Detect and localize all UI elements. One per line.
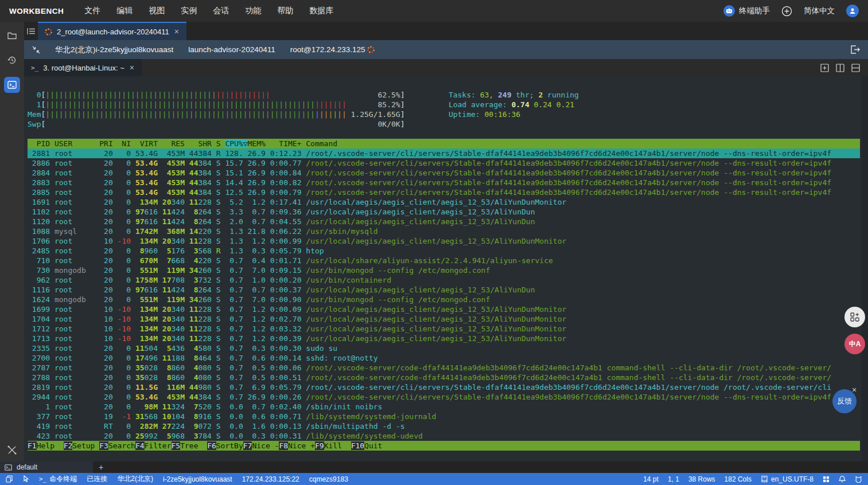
translate-float-button[interactable]: 中A <box>844 334 865 354</box>
process-row[interactable]: 2819 root 20 0 11.5G 116M 44980 S 0.7 6.… <box>28 382 860 392</box>
process-row[interactable]: 2787 root 20 0 35028 8860 4080 S 0.7 0.5… <box>28 363 860 373</box>
prompt-icon: >_ <box>31 64 38 72</box>
status-bar: >_命令终端 已连接 华北2(北京) i-2ze5kyjjuol8kovuaas… <box>0 473 868 485</box>
meter-swp: Swp[ 0K/0K] <box>28 119 860 129</box>
menu-item-edit[interactable]: 编辑 <box>108 6 141 16</box>
split-horizontal-icon[interactable] <box>851 64 860 72</box>
process-row[interactable]: 377 root 19 -1 31568 10104 8916 S 0.0 0.… <box>28 412 860 421</box>
process-row[interactable]: 1712 root 10 -10 134M 20340 11228 S 0.7 … <box>28 324 860 334</box>
bottom-tab-default[interactable]: default <box>0 461 93 473</box>
menu-item-view[interactable]: 视图 <box>141 6 173 16</box>
activity-bar <box>0 22 24 461</box>
terminal-tab-bar: >_ 3. root@Hanbai-Linux: ~ × <box>24 59 868 76</box>
fkey-f3[interactable]: F3Search <box>99 441 135 450</box>
meter-1: 1[||||||||||||||||||||||||||||||||||||||… <box>28 100 860 109</box>
terminal-screen[interactable]: 0[||||||||||||||||||||||||||||||||||||||… <box>24 76 868 461</box>
files-icon[interactable] <box>4 28 20 44</box>
new-pane-icon[interactable] <box>820 64 829 72</box>
history-icon[interactable] <box>4 52 20 68</box>
process-row[interactable]: 2885 root 20 0 53.4G 453M 44384 S 12.5 2… <box>28 187 860 197</box>
close-icon[interactable]: × <box>852 385 857 394</box>
process-row[interactable]: 2485 root 20 0 8960 5176 3568 R 1.3 0.3 … <box>28 246 860 256</box>
language-selector[interactable]: 简体中文 <box>804 6 835 16</box>
menu-item-help[interactable]: 帮助 <box>269 6 301 16</box>
status-font-size[interactable]: 14 pt <box>643 475 659 483</box>
process-row[interactable]: 2944 root 20 0 53.4G 453M 44384 S 0.7 26… <box>28 392 860 402</box>
process-row[interactable]: 1706 root 10 -10 134M 20340 11228 S 1.3 … <box>28 236 860 246</box>
bottom-tab-bar: default + <box>0 461 868 473</box>
process-row[interactable]: 2700 root 20 0 17496 11188 8464 S 0.7 0.… <box>28 353 860 363</box>
session-tab[interactable]: 2_root@launch-advisor-20240411 × <box>38 22 186 40</box>
fkey-f5[interactable]: F5Tree <box>172 441 208 450</box>
fkey-f8[interactable]: F8Nice + <box>279 441 315 450</box>
grid-icon[interactable] <box>823 476 830 483</box>
copy-icon[interactable] <box>6 475 13 483</box>
status-cols: 182 Cols <box>725 475 752 483</box>
terminal-scrollbar[interactable] <box>862 76 868 461</box>
session-list-icon[interactable] <box>24 22 38 40</box>
split-vertical-icon[interactable] <box>836 64 844 72</box>
tools-icon[interactable] <box>4 442 20 458</box>
status-terminal-mode[interactable]: >_命令终端 <box>39 474 77 484</box>
session-loading-icon <box>367 46 375 53</box>
terminal-assistant-button[interactable]: 终端助手 <box>723 5 770 17</box>
apps-float-button[interactable] <box>844 307 865 327</box>
user-avatar[interactable] <box>846 5 859 17</box>
process-row[interactable]: 1088 mysql 20 0 1742M 368M 14220 S 1.3 2… <box>28 226 860 236</box>
process-row[interactable]: 730 mongodb 20 0 551M 119M 34260 S 0.7 7… <box>28 265 860 275</box>
process-row[interactable]: 1624 mongodb 20 0 551M 119M 34260 S 0.7 … <box>28 295 860 304</box>
fkey-f2[interactable]: F2Setup <box>64 441 100 450</box>
menu-item-instance[interactable]: 实例 <box>173 6 205 16</box>
process-row[interactable]: 710 root 20 0 670M 7668 4220 S 0.7 0.4 0… <box>28 256 860 265</box>
process-row[interactable]: 1 root 20 0 98M 11324 7520 S 0.0 0.7 0:0… <box>28 402 860 412</box>
fkey-f9[interactable]: F9Kill <box>315 441 351 450</box>
translate-icon: 中A <box>849 339 861 349</box>
terminal-window-icon <box>5 464 12 471</box>
process-row[interactable]: 962 root 20 0 1758M 17708 3732 S 0.7 1.0… <box>28 275 860 285</box>
app-logo: WORKBENCH <box>9 7 64 15</box>
sort-column-cpu[interactable]: CPU%▽ <box>225 139 247 148</box>
menu-item-features[interactable]: 功能 <box>237 6 269 16</box>
process-row[interactable]: 2788 root 20 0 35028 8860 4080 S 0.7 0.5… <box>28 373 860 382</box>
process-row[interactable]: 2884 root 20 0 53.4G 453M 44384 S 15.1 2… <box>28 168 860 178</box>
terminal-tab[interactable]: >_ 3. root@Hanbai-Linux: ~ × <box>24 59 142 76</box>
bell-icon[interactable] <box>839 475 846 483</box>
menu-item-file[interactable]: 文件 <box>76 6 108 16</box>
cat-icon[interactable] <box>855 476 862 483</box>
process-row[interactable]: 1704 root 10 -10 134M 20340 11228 S 0.7 … <box>28 314 860 324</box>
menu-items: 文件编辑视图实例会话功能帮助数据库 <box>76 6 341 16</box>
add-instance-button[interactable] <box>781 6 792 17</box>
menu-item-database[interactable]: 数据库 <box>301 6 341 16</box>
robot-icon <box>723 5 735 17</box>
status-encoding[interactable]: en_US.UTF-8 <box>761 475 813 483</box>
process-table-header[interactable]: PID USER PRI NI VIRT RES SHR S CPU%▽MEM%… <box>28 139 860 148</box>
process-row[interactable]: 1713 root 10 -10 134M 20340 11228 S 0.7 … <box>28 334 860 343</box>
meter-0: 0[||||||||||||||||||||||||||||||||||||||… <box>28 90 860 100</box>
process-row[interactable]: 1102 root 20 0 97616 11424 8264 S 3.3 0.… <box>28 207 860 217</box>
process-row[interactable]: 2335 root 20 0 11504 5436 4580 S 0.7 0.3… <box>28 343 860 353</box>
fkey-f1[interactable]: F1Help <box>28 441 64 450</box>
htop-stats: Tasks: 63, 249 thr; 2 running Load avera… <box>449 90 579 119</box>
pointer-icon[interactable] <box>22 475 29 483</box>
process-row[interactable]: 423 root 20 0 25992 5968 3784 S 0.0 0.3 … <box>28 431 860 441</box>
disconnect-icon[interactable] <box>850 45 860 54</box>
close-icon[interactable]: × <box>174 28 180 36</box>
fkey-f7[interactable]: F7Nice - <box>243 441 279 450</box>
process-row[interactable]: 2881 root 20 0 53.4G 453M 44384 R 128. 2… <box>28 148 860 158</box>
terminal-sessions-icon[interactable] <box>4 77 20 93</box>
close-icon[interactable]: × <box>129 64 135 72</box>
menu-item-session[interactable]: 会话 <box>205 6 237 16</box>
fkey-f10[interactable]: F10Quit <box>351 441 391 450</box>
process-row[interactable]: 2883 root 20 0 53.4G 453M 44384 S 14.4 2… <box>28 178 860 187</box>
process-row[interactable]: 1116 root 20 0 97616 11424 8264 S 0.7 0.… <box>28 285 860 295</box>
collapse-icon[interactable] <box>32 46 40 54</box>
process-row[interactable]: 1120 root 20 0 97616 11424 8264 S 2.0 0.… <box>28 217 860 226</box>
fkey-f6[interactable]: F6SortBy <box>207 441 243 450</box>
add-tab-button[interactable]: + <box>93 461 109 473</box>
fkey-f4[interactable]: F4Filter <box>135 441 172 450</box>
status-region: 华北2(北京) <box>117 474 153 484</box>
process-row[interactable]: 1699 root 10 -10 134M 20340 11228 S 0.7 … <box>28 304 860 314</box>
process-row[interactable]: 1691 root 20 0 134M 20340 11228 S 5.2 1.… <box>28 197 860 207</box>
process-row[interactable]: 419 root RT 0 282M 27224 9072 S 0.0 1.6 … <box>28 421 860 431</box>
process-row[interactable]: 2886 root 20 0 53.4G 453M 44384 S 15.7 2… <box>28 158 860 168</box>
